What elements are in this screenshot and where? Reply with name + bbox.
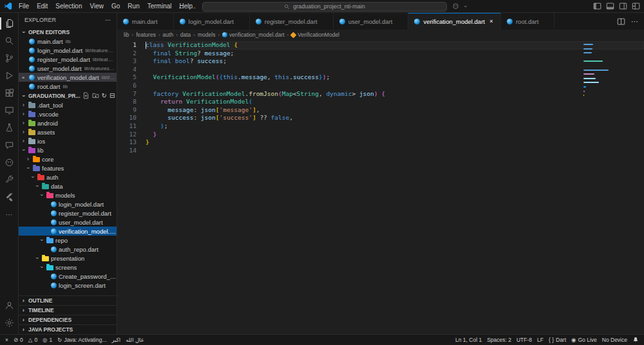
explorer-icon[interactable] [0, 15, 18, 32]
copilot-icon[interactable] [0, 154, 18, 171]
menu-file[interactable]: File [15, 0, 33, 13]
open-editor-user_model.dart[interactable]: user_model.dartlib\features\a... [19, 64, 117, 73]
close-icon[interactable]: × [488, 18, 495, 24]
tree-item-login_screen.dart[interactable]: login_screen.dart [19, 281, 117, 290]
tree-item-Create_password_Scre...[interactable]: Create_password_Scre... [19, 272, 117, 281]
tree-item-register_model.dart[interactable]: register_model.dart [19, 209, 117, 218]
code-line-13[interactable]: } [146, 138, 644, 147]
open-editor-verification_model.dart[interactable]: ×verification_model.dartlib\fea... [19, 73, 117, 82]
new-folder-icon[interactable] [92, 92, 99, 99]
minimap[interactable] [583, 44, 616, 103]
code-line-7[interactable]: factory VerificationModel.fromJson(Map<S… [146, 90, 644, 98]
breadcrumb-data[interactable]: data [180, 32, 191, 38]
code-line-9[interactable]: message: json['message'], [146, 106, 644, 115]
settings-icon[interactable] [0, 314, 18, 331]
open-editor-main.dart[interactable]: main.dartlib [19, 37, 117, 46]
code-line-5[interactable]: VerificationModel({this.message, this.su… [146, 73, 644, 82]
source-control-icon[interactable] [0, 50, 18, 67]
java-status[interactable]: ↻Java: Activating... [55, 335, 109, 345]
run-and-debug-icon[interactable] [0, 67, 18, 84]
tree-item-auth_repo.dart[interactable]: auth_repo.dart [19, 245, 117, 254]
tree-item-lib[interactable]: ›lib [19, 145, 117, 154]
menu-run[interactable]: Run [124, 0, 143, 13]
search-box[interactable]: graduation_project_nti-main [202, 2, 447, 12]
code-line-14[interactable] [146, 147, 644, 155]
indentation[interactable]: Spaces: 2 [484, 335, 514, 345]
panel-java-projects[interactable]: ›JAVA PROJECTS [19, 324, 117, 334]
tab-main.dart[interactable]: main.dart [117, 13, 174, 30]
customize-layout-icon[interactable] [632, 2, 640, 10]
notifications[interactable] [630, 335, 641, 345]
code-line-1[interactable]: class VerificationModel { [146, 41, 644, 50]
remote-indicator[interactable]: × [3, 335, 11, 345]
status-badge[interactable]: ◎1 [40, 335, 55, 345]
menu-view[interactable]: View [86, 0, 108, 13]
code-line-4[interactable] [146, 66, 644, 74]
problems-warnings[interactable]: △0 [26, 335, 40, 345]
breadcrumb-lib[interactable]: lib [124, 32, 129, 38]
toggle-panel-icon[interactable] [606, 2, 614, 10]
forward-arrow-icon[interactable]: → [190, 3, 197, 10]
tab-root.dart[interactable]: root.dart [501, 13, 554, 30]
chat-icon[interactable] [0, 136, 18, 154]
tree-item-screens[interactable]: ›screens [19, 263, 117, 272]
tree-item-repo[interactable]: ›repo [19, 236, 117, 245]
tree-item-presentation[interactable]: ›presentation [19, 254, 117, 263]
code-line-10[interactable]: success: json['success'] ?? false, [146, 114, 644, 122]
tab-user_model.dart[interactable]: user_model.dart [334, 13, 409, 30]
tree-item-user_model.dart[interactable]: user_model.dart [19, 218, 117, 227]
remote-explorer-icon[interactable] [0, 102, 18, 119]
tree-item-auth[interactable]: ›auth [19, 172, 117, 182]
split-editor-icon[interactable] [617, 17, 625, 26]
tree-item-.vscode[interactable]: ›.vscode [19, 109, 117, 118]
extension-status-arabic-2[interactable]: عال الله [123, 335, 147, 345]
code-editor[interactable]: 1234567891011121314 class VerificationMo… [117, 40, 644, 334]
tree-item-ios[interactable]: ›ios [19, 136, 117, 145]
breadcrumb-auth[interactable]: auth [163, 32, 174, 38]
tree-item-models[interactable]: ›models [19, 191, 117, 200]
tools-icon[interactable] [0, 171, 18, 189]
code-line-12[interactable]: } [146, 131, 644, 139]
code-line-11[interactable]: ); [146, 122, 644, 131]
accounts-icon[interactable] [0, 297, 18, 314]
language-mode[interactable]: { }Dart [546, 335, 569, 345]
code-line-8[interactable]: return VerificationModel( [146, 98, 644, 106]
panel-dependencies[interactable]: ›DEPENDENCIES [19, 315, 117, 324]
problems-errors[interactable]: ⊘0 [11, 335, 26, 345]
eol[interactable]: LF [535, 335, 546, 345]
close-icon[interactable]: × [20, 75, 26, 80]
breadcrumb-features[interactable]: features [136, 32, 156, 38]
tab-register_model.dart[interactable]: register_model.dart [250, 13, 334, 30]
tree-item-android[interactable]: ›android [19, 118, 117, 127]
go-live[interactable]: ◉Go Live [569, 335, 600, 345]
breadcrumb-verification_model.dart[interactable]: verification_model.dart [222, 32, 285, 38]
cursor-position[interactable]: Ln 1, Col 1 [453, 335, 484, 345]
code-line-3[interactable]: final bool? success; [146, 57, 644, 66]
collapse-all-icon[interactable]: ⊟ [109, 93, 115, 99]
menu-edit[interactable]: Edit [33, 0, 52, 13]
panel-outline[interactable]: ›OUTLINE [19, 295, 117, 305]
tab-verification_model.dart[interactable]: verification_model.dart× [408, 13, 501, 30]
more-actions-icon[interactable]: ⋯ [105, 17, 111, 23]
menu-selection[interactable]: Selection [52, 0, 86, 13]
refresh-icon[interactable]: ↻ [102, 93, 107, 99]
tree-item-features[interactable]: ›features [19, 163, 117, 172]
open-editor-register_model.dart[interactable]: register_model.dartlib\features... [19, 55, 117, 64]
search-icon[interactable] [0, 32, 18, 50]
panel-timeline[interactable]: ›TIMELINE [19, 305, 117, 315]
toggle-sidebar-icon[interactable] [593, 2, 601, 10]
encoding[interactable]: UTF-8 [514, 335, 535, 345]
tree-item-login_model.dart[interactable]: login_model.dart [19, 200, 117, 209]
device-selector[interactable]: No Device [600, 335, 630, 345]
breadcrumb-VerificationModel[interactable]: VerificationModel [291, 32, 339, 38]
extensions-icon[interactable] [0, 84, 18, 102]
chevron-down-icon[interactable]: › [462, 6, 469, 8]
tree-item-verification_model.dart[interactable]: verification_model.dart [19, 227, 117, 236]
more-icon[interactable]: ⋯ [631, 18, 638, 25]
menu-go[interactable]: Go [108, 0, 124, 13]
code-line-6[interactable] [146, 82, 644, 90]
tree-item-core[interactable]: ›core [19, 154, 117, 163]
open-editor-login_model.dart[interactable]: login_model.dartlib\features\... [19, 46, 117, 55]
new-file-icon[interactable] [82, 92, 90, 99]
flutter-icon[interactable] [0, 189, 18, 206]
